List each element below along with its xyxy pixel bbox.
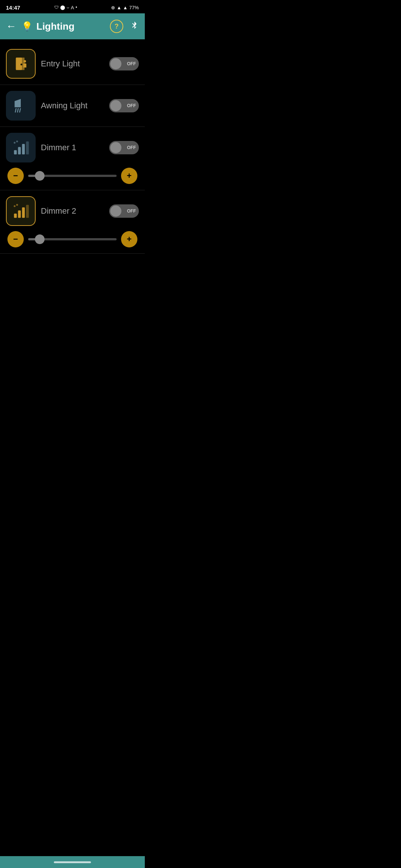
awning-toggle-track: OFF	[109, 99, 139, 112]
dimmer-1-minus-icon: −	[13, 172, 18, 180]
battery-percent: 77%	[129, 5, 139, 10]
dimmer-1-icon	[12, 138, 30, 157]
status-time: 14:47	[6, 4, 20, 11]
svg-rect-16	[18, 210, 21, 218]
entry-light-name: Entry Light	[41, 59, 104, 69]
dimmer-2-toggle-label: OFF	[127, 208, 136, 214]
svg-rect-12	[26, 141, 29, 154]
svg-rect-10	[18, 147, 21, 154]
dimmer-1-slider-thumb	[35, 171, 45, 181]
entry-light-toggle[interactable]: OFF	[109, 57, 139, 70]
main-content: Entry Light OFF Awning Light	[0, 39, 145, 257]
dimmer-2-toggle-track: OFF	[109, 204, 139, 218]
awning-light-item: Awning Light OFF	[0, 85, 145, 127]
shield-icon: 🛡	[54, 5, 59, 10]
dimmer-1-plus-icon: +	[127, 172, 132, 180]
plus-circle-icon: ⊕	[111, 5, 115, 10]
entry-toggle-track: OFF	[109, 57, 139, 70]
smiley-icon: ⌣	[66, 5, 69, 10]
dimmer-2-increase-button[interactable]: +	[121, 231, 137, 247]
dimmer-1-toggle[interactable]: OFF	[109, 141, 139, 154]
wifi-icon: ▲	[117, 5, 121, 10]
dimmer-2-toggle-thumb	[110, 206, 121, 217]
dot-icon: •	[76, 5, 77, 10]
circle-icon: ⬤	[60, 5, 65, 10]
entry-light-icon-box	[6, 49, 36, 79]
back-icon: ←	[6, 20, 16, 32]
dimmer-2-item: Dimmer 2 OFF − +	[0, 190, 145, 254]
awning-light-icon-box	[6, 91, 36, 121]
dimmer-1-row: Dimmer 1 OFF	[6, 133, 139, 162]
page-title: Lighting	[36, 21, 106, 32]
bluetooth-button[interactable]	[130, 21, 139, 32]
dimmer-2-slider-row: − +	[6, 231, 139, 247]
awning-light-row: Awning Light OFF	[6, 91, 139, 121]
bulb-icon: 💡	[22, 21, 33, 32]
entry-icon	[12, 55, 30, 73]
dimmer-1-item: Dimmer 1 OFF − +	[0, 127, 145, 190]
entry-light-item: Entry Light OFF	[0, 43, 145, 85]
header: ← 💡 Lighting ?	[0, 13, 145, 39]
svg-point-19	[14, 205, 16, 207]
svg-point-14	[16, 141, 18, 142]
svg-rect-9	[14, 150, 17, 155]
svg-line-6	[15, 108, 16, 113]
back-button[interactable]: ←	[6, 20, 16, 32]
svg-point-4	[20, 63, 22, 65]
dimmer-1-decrease-button[interactable]: −	[7, 168, 24, 184]
awning-light-toggle[interactable]: OFF	[109, 99, 139, 112]
svg-line-7	[17, 108, 19, 113]
dimmer-1-slider[interactable]	[28, 175, 117, 177]
signal-bars-icon: ▲	[123, 5, 128, 10]
dimmer-2-slider[interactable]	[28, 238, 117, 240]
dimmer-2-plus-icon: +	[127, 235, 132, 243]
entry-toggle-label: OFF	[127, 61, 136, 66]
dimmer-2-decrease-button[interactable]: −	[7, 231, 24, 247]
status-bar: 14:47 🛡 ⬤ ⌣ A • ⊕ ▲ ▲ 77%	[0, 0, 145, 13]
dimmer-1-icon-box	[6, 133, 36, 162]
dimmer-2-slider-thumb	[35, 234, 45, 244]
dimmer-2-icon-box	[6, 196, 36, 226]
signal-a-icon: A	[71, 5, 74, 10]
status-right-icons: ⊕ ▲ ▲ 77%	[111, 5, 139, 10]
dimmer-1-increase-button[interactable]: +	[121, 168, 137, 184]
entry-toggle-thumb	[110, 58, 121, 69]
awning-icon	[12, 96, 30, 115]
svg-point-13	[14, 142, 16, 144]
dimmer-1-name: Dimmer 1	[41, 143, 104, 152]
svg-line-8	[20, 108, 21, 113]
svg-point-20	[16, 204, 18, 206]
svg-rect-18	[26, 205, 29, 218]
svg-rect-11	[22, 144, 25, 154]
dimmer-2-icon	[12, 202, 30, 220]
dimmer-1-toggle-thumb	[110, 142, 121, 153]
dimmer-2-row: Dimmer 2 OFF	[6, 196, 139, 226]
svg-rect-15	[14, 214, 17, 218]
help-icon: ?	[115, 23, 119, 30]
dimmer-2-name: Dimmer 2	[41, 206, 104, 216]
dimmer-1-toggle-track: OFF	[109, 141, 139, 154]
status-icons: 🛡 ⬤ ⌣ A •	[54, 5, 77, 10]
bluetooth-icon	[130, 21, 139, 30]
dimmer-1-slider-row: − +	[6, 168, 139, 184]
entry-light-row: Entry Light OFF	[6, 49, 139, 79]
svg-point-5	[24, 60, 26, 63]
dimmer-2-toggle[interactable]: OFF	[109, 204, 139, 218]
awning-light-name: Awning Light	[41, 101, 104, 111]
dimmer-1-toggle-label: OFF	[127, 145, 136, 150]
dimmer-2-minus-icon: −	[13, 235, 18, 243]
svg-rect-17	[22, 207, 25, 218]
help-button[interactable]: ?	[110, 20, 123, 33]
awning-toggle-label: OFF	[127, 103, 136, 108]
awning-toggle-thumb	[110, 100, 121, 111]
